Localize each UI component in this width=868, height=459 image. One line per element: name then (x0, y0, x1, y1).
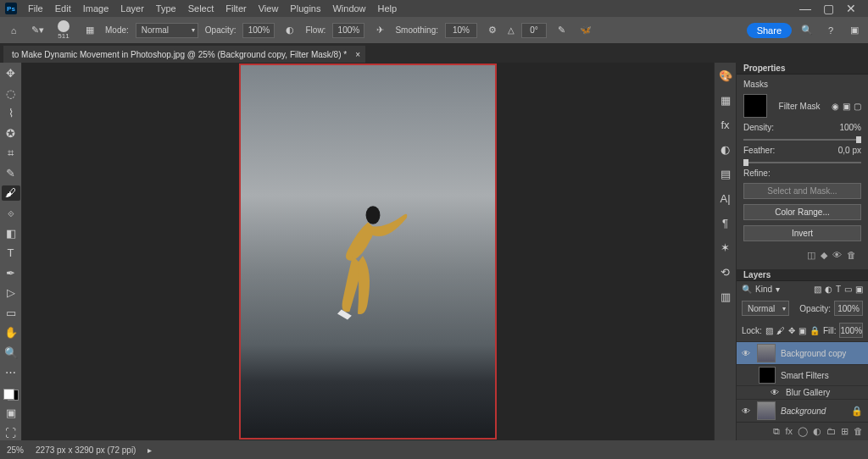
layer-filter-kind[interactable]: Kind (755, 285, 772, 294)
menu-type[interactable]: Type (150, 3, 182, 14)
mask-view-icon[interactable]: ◉ (832, 102, 839, 111)
filter-type-icon[interactable]: T (836, 285, 841, 294)
document-canvas[interactable] (241, 65, 495, 438)
swatches-panel-icon[interactable]: ▦ (721, 94, 731, 107)
blend-mode-dropdown[interactable]: Normal (742, 301, 789, 316)
actions-panel-icon[interactable]: ✶ (721, 241, 730, 254)
help-icon[interactable]: ? (822, 22, 839, 39)
layer-name[interactable]: Background (781, 406, 826, 416)
quick-select-tool[interactable]: ✪ (2, 126, 20, 141)
history-panel-icon[interactable]: ⟲ (721, 266, 730, 279)
select-and-mask-button[interactable]: Select and Mask... (743, 183, 861, 199)
pixel-mask-icon[interactable]: ▣ (843, 102, 850, 111)
disable-mask-icon[interactable]: 👁 (832, 250, 842, 261)
zoom-level[interactable]: 25% (7, 445, 24, 455)
new-adjustment-icon[interactable]: ◐ (813, 426, 821, 437)
angle-field[interactable]: 0° (521, 23, 547, 38)
type-tool[interactable]: T (2, 246, 20, 261)
color-panel-icon[interactable]: 🎨 (719, 69, 732, 82)
move-tool[interactable]: ✥ (2, 66, 20, 81)
character-panel-icon[interactable]: A| (720, 192, 730, 205)
pen-tool[interactable]: ✒ (2, 265, 20, 280)
window-minimize-icon[interactable]: — (799, 2, 811, 15)
menu-view[interactable]: View (253, 3, 285, 14)
filter-adjust-icon[interactable]: ◐ (825, 285, 832, 294)
layer-thumbnail[interactable] (757, 401, 776, 420)
eyedropper-tool[interactable]: ✎ (2, 166, 20, 181)
new-layer-icon[interactable]: ⊞ (841, 426, 849, 437)
lock-artboard-icon[interactable]: ▣ (798, 326, 806, 335)
density-value[interactable]: 100% (839, 123, 861, 132)
shape-tool[interactable]: ▭ (2, 305, 20, 320)
color-swatches[interactable] (3, 389, 19, 401)
invert-button[interactable]: Invert (743, 225, 861, 241)
filter-shape-icon[interactable]: ▭ (844, 285, 852, 294)
menu-plugins[interactable]: Plugins (284, 3, 326, 14)
tool-preset-icon[interactable]: ✎▾ (29, 22, 46, 39)
feather-slider[interactable] (743, 162, 861, 163)
search-icon[interactable]: 🔍 (798, 22, 815, 39)
menu-select[interactable]: Select (182, 3, 220, 14)
visibility-icon[interactable]: 👁 (771, 388, 781, 397)
crop-tool[interactable]: ⌗ (2, 146, 20, 161)
pressure-size-icon[interactable]: ✎ (554, 22, 570, 39)
zoom-tool[interactable]: 🔍 (2, 345, 20, 360)
layer-opacity-field[interactable]: 100% (834, 301, 863, 316)
add-mask-icon[interactable]: ◯ (798, 426, 808, 437)
menu-window[interactable]: Window (326, 3, 371, 14)
home-icon[interactable]: ⌂ (5, 22, 22, 39)
smoothing-field[interactable]: 10% (445, 23, 477, 38)
quick-mask-icon[interactable]: ▣ (2, 406, 20, 421)
layer-fx-icon[interactable]: fx (785, 426, 793, 437)
layer-row-blur-gallery[interactable]: 👁 Blur Gallery (737, 385, 868, 399)
brush-tool[interactable]: 🖌 (2, 185, 20, 201)
layer-row-smart-filters[interactable]: Smart Filters (737, 364, 868, 385)
menu-image[interactable]: Image (77, 3, 115, 14)
layer-thumbnail[interactable] (757, 344, 776, 362)
edit-toolbar[interactable]: ⋯ (2, 365, 20, 380)
vector-mask-icon[interactable]: ▢ (854, 102, 861, 111)
eraser-tool[interactable]: ◧ (2, 225, 20, 241)
document-tab[interactable]: to Make Dynamic Movement in Photoshop.jp… (3, 46, 365, 63)
lasso-tool[interactable]: ⌇ (2, 106, 20, 121)
mode-dropdown[interactable]: Normal (136, 23, 198, 38)
filter-name[interactable]: Blur Gallery (786, 388, 830, 397)
gradients-panel-icon[interactable]: ▤ (721, 168, 731, 180)
menu-filter[interactable]: Filter (220, 3, 252, 14)
link-layers-icon[interactable]: ⧉ (773, 426, 780, 437)
density-slider[interactable] (743, 139, 861, 141)
pressure-opacity-icon[interactable]: ◐ (281, 22, 298, 39)
visibility-icon[interactable]: 👁 (742, 349, 752, 358)
path-select-tool[interactable]: ▷ (2, 285, 20, 301)
flow-field[interactable]: 100% (332, 23, 364, 38)
brush-panel-icon[interactable]: ▦ (81, 22, 98, 39)
window-restore-icon[interactable]: ▢ (823, 2, 834, 15)
share-button[interactable]: Share (747, 23, 792, 38)
canvas-area[interactable] (22, 63, 714, 440)
screen-mode-icon[interactable]: ⛶ (2, 425, 20, 440)
delete-layer-icon[interactable]: 🗑 (854, 426, 863, 437)
filter-smart-icon[interactable]: ▣ (855, 285, 863, 294)
menu-help[interactable]: Help (372, 3, 403, 14)
properties-panel-tab[interactable]: Properties (737, 63, 868, 75)
symmetry-icon[interactable]: 🦋 (577, 22, 594, 39)
filter-pixel-icon[interactable]: ▧ (814, 285, 821, 294)
menu-layer[interactable]: Layer (114, 3, 150, 14)
opacity-field[interactable]: 100% (242, 23, 275, 38)
lock-transparency-icon[interactable]: ▨ (765, 326, 773, 335)
marquee-tool[interactable]: ◌ (2, 86, 20, 102)
delete-mask-icon[interactable]: 🗑 (847, 250, 856, 261)
smart-filter-mask-thumb[interactable] (759, 367, 776, 384)
workspace-icon[interactable]: ▣ (846, 22, 863, 39)
lock-icon[interactable]: 🔒 (851, 406, 863, 417)
visibility-icon[interactable]: 👁 (742, 406, 752, 416)
layers-panel-tab[interactable]: Layers (737, 269, 868, 281)
clone-stamp-tool[interactable]: ⟐ (2, 206, 20, 221)
status-chevron-icon[interactable]: ▸ (147, 445, 152, 455)
smoothing-options-icon[interactable]: ⚙ (484, 22, 501, 39)
new-group-icon[interactable]: 🗀 (826, 426, 836, 437)
color-range-button[interactable]: Color Range... (743, 204, 861, 220)
lock-position-icon[interactable]: ✥ (788, 326, 795, 335)
layer-name[interactable]: Background copy (781, 349, 846, 358)
lock-all-icon[interactable]: 🔒 (810, 326, 820, 335)
